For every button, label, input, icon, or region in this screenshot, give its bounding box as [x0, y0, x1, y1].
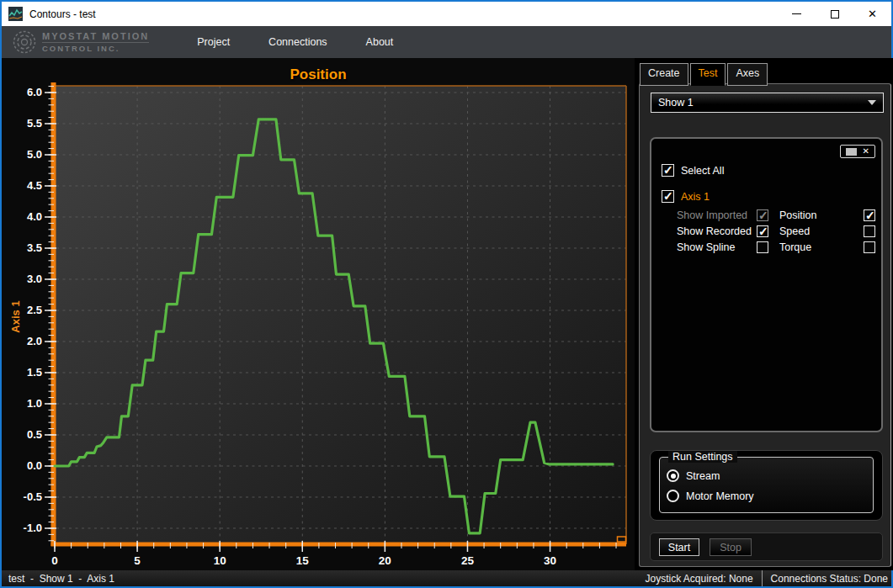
logo-line1: MYOSTAT MOTION — [42, 31, 149, 41]
run-settings-container: Run Settings Stream Motor Memory — [650, 450, 883, 521]
show-spline-label: Show Spline — [677, 241, 736, 253]
svg-text:6.0: 6.0 — [27, 86, 42, 98]
axis1-label: Axis 1 — [681, 191, 710, 203]
svg-text:-1.0: -1.0 — [24, 522, 42, 534]
window-title: Contours - test — [29, 8, 96, 20]
show-imported-label: Show Imported — [677, 209, 747, 221]
position-label: Position — [779, 209, 816, 221]
maximize-icon — [831, 10, 839, 19]
show-recorded-label: Show Recorded — [677, 225, 752, 237]
show-selector[interactable]: Show 1 — [651, 93, 884, 113]
svg-text:5: 5 — [134, 554, 141, 567]
svg-text:20: 20 — [379, 554, 391, 567]
axis1-checkbox[interactable] — [662, 190, 674, 203]
menu-connections[interactable]: Connections — [267, 33, 329, 51]
status-separator — [762, 570, 763, 586]
svg-text:3.0: 3.0 — [27, 273, 42, 285]
status-connection: Connections Status: Done — [771, 573, 888, 585]
position-checkbox[interactable] — [864, 209, 875, 221]
status-joystick: Joystick Acquired: None — [646, 573, 753, 585]
menu-project[interactable]: Project — [195, 33, 231, 51]
svg-text:4.5: 4.5 — [27, 179, 42, 192]
svg-text:1.0: 1.0 — [27, 397, 42, 410]
svg-text:15: 15 — [296, 554, 310, 567]
close-button[interactable]: ✕ — [853, 2, 891, 26]
svg-text:3.5: 3.5 — [27, 241, 42, 254]
minimize-icon — [792, 13, 801, 14]
status-bar: test - Show 1 - Axis 1 Joystick Acquired… — [2, 570, 891, 586]
maximize-button[interactable] — [816, 2, 853, 26]
svg-text:10: 10 — [214, 554, 226, 567]
torque-checkbox[interactable] — [864, 241, 875, 253]
tab-test[interactable]: Test — [690, 63, 726, 86]
show-selector-value: Show 1 — [658, 97, 868, 109]
menu-bar: MYOSTAT MOTION CONTROL INC. Project Conn… — [2, 26, 891, 58]
chart-region: Position -1.0-0.50.00.51.01.52.02.53.03.… — [2, 58, 635, 570]
show-spline-checkbox[interactable] — [757, 241, 768, 253]
speed-label: Speed — [779, 225, 810, 237]
svg-text:2.5: 2.5 — [27, 304, 42, 316]
select-all-label: Select All — [681, 165, 724, 177]
y-axis-label: Axis 1 — [9, 292, 22, 342]
run-settings-title: Run Settings — [668, 451, 737, 463]
minimize-button[interactable] — [778, 2, 816, 26]
svg-text:0.0: 0.0 — [27, 459, 42, 472]
title-bar: Contours - test ✕ — [2, 2, 891, 26]
panel-close-icon[interactable]: ✕ — [863, 147, 869, 156]
svg-text:4.0: 4.0 — [27, 210, 42, 223]
speed-checkbox[interactable] — [864, 225, 875, 237]
status-context: test - Show 1 - Axis 1 — [8, 573, 114, 585]
panel-restore-icon[interactable] — [846, 148, 857, 156]
run-button-bar: Start Stop — [650, 532, 883, 561]
logo-line2: CONTROL INC. — [42, 42, 149, 53]
svg-text:5.0: 5.0 — [27, 148, 42, 161]
close-icon: ✕ — [868, 8, 877, 19]
company-logo: MYOSTAT MOTION CONTROL INC. — [12, 29, 149, 55]
run-settings-group: Run Settings Stream Motor Memory — [659, 457, 874, 513]
menu-about[interactable]: About — [364, 33, 396, 51]
tab-axes[interactable]: Axes — [727, 63, 768, 86]
svg-text:30: 30 — [544, 554, 556, 567]
svg-text:-0.5: -0.5 — [24, 490, 42, 503]
svg-text:2.0: 2.0 — [27, 335, 42, 347]
position-chart: -1.0-0.50.00.51.01.52.02.53.03.54.04.55.… — [2, 58, 635, 570]
app-window: Contours - test ✕ MYOSTAT MOTION CONTROL… — [0, 0, 893, 588]
show-imported-checkbox — [757, 209, 768, 221]
axis-visibility-panel: ✕ Select All Axis 1 Show Imported Positi… — [650, 137, 883, 432]
stream-radio[interactable] — [667, 469, 679, 482]
gear-icon — [12, 29, 37, 55]
show-recorded-checkbox[interactable] — [757, 225, 768, 237]
tab-strip: Create Test Axes — [640, 63, 768, 86]
motor-memory-label: Motor Memory — [686, 490, 754, 502]
start-button[interactable]: Start — [659, 538, 699, 556]
tab-create[interactable]: Create — [640, 63, 688, 86]
svg-text:5.5: 5.5 — [27, 117, 42, 130]
stop-button: Stop — [710, 538, 752, 556]
chevron-down-icon — [868, 100, 876, 105]
panel-window-controls: ✕ — [840, 145, 875, 158]
motor-memory-radio[interactable] — [667, 490, 679, 502]
app-icon — [8, 7, 23, 21]
stream-label: Stream — [686, 470, 720, 482]
select-all-checkbox[interactable] — [662, 164, 674, 177]
svg-text:1.5: 1.5 — [27, 366, 42, 379]
svg-text:25: 25 — [461, 554, 475, 567]
svg-text:0.5: 0.5 — [27, 428, 42, 441]
svg-text:0: 0 — [51, 554, 58, 567]
torque-label: Torque — [779, 241, 811, 253]
side-panel: Create Test Axes Show 1 ✕ Select All Axi… — [635, 58, 893, 570]
